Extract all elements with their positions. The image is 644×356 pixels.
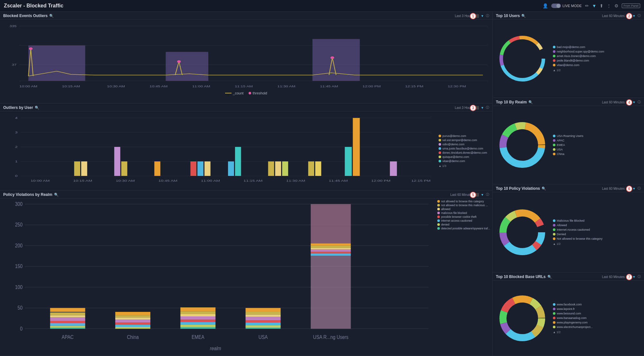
svg-point-140 xyxy=(509,219,535,245)
panel-badge-6: 6 xyxy=(626,186,632,192)
pv-realm-chart-area: 300 250 200 150 100 50 0 xyxy=(0,198,436,356)
top10-policy-donut xyxy=(496,200,549,265)
blocked-events-search-icon[interactable]: 🔍 xyxy=(49,14,54,18)
legend-more-users: ▲ 1/2 xyxy=(553,69,604,72)
ou-search-icon[interactable]: 🔍 xyxy=(35,106,39,110)
tp-info-icon[interactable]: ⓘ xyxy=(638,186,641,191)
svg-text:12:00 PM: 12:00 PM xyxy=(363,85,381,88)
live-mode-toggle[interactable]: LIVE MODE xyxy=(551,4,582,8)
tr-filter-icon[interactable]: ▼ xyxy=(632,101,636,104)
svg-rect-45 xyxy=(282,161,288,176)
tu-controls: Last 60 Minutes ⬛ ▼ ⓘ xyxy=(602,14,641,18)
svg-rect-98 xyxy=(246,308,281,312)
top10-realm-legend: USA Roaming Users APAC EMEA USA China xyxy=(553,134,583,156)
filter-icon[interactable]: ▼ xyxy=(592,3,597,8)
svg-rect-42 xyxy=(235,147,241,176)
tu-search-icon[interactable]: 🔍 xyxy=(521,14,526,18)
filter-icon-be[interactable]: ▼ xyxy=(481,14,484,18)
svg-rect-86 xyxy=(115,320,150,322)
svg-rect-41 xyxy=(228,161,234,176)
top10-users-legend: bad.mojo@demo.com neighborhood.super.spy… xyxy=(553,45,604,72)
svg-rect-99 xyxy=(246,312,281,315)
top10-users-content: bad.mojo@demo.com neighborhood.super.spy… xyxy=(493,20,644,98)
svg-rect-110 xyxy=(311,250,351,252)
tp-filter-icon[interactable]: ▼ xyxy=(632,187,636,190)
top10-realm-title: Top 10 By Realm 🔍 xyxy=(496,100,533,104)
svg-text:12:15 PM: 12:15 PM xyxy=(411,179,431,182)
svg-text:335: 335 xyxy=(9,24,16,28)
svg-text:3: 3 xyxy=(15,131,18,134)
top10-urls-legend: www.facebook.com www.lepoint.fr www.beso… xyxy=(553,303,593,334)
svg-text:150: 150 xyxy=(15,264,23,269)
svg-rect-106 xyxy=(311,204,351,243)
tp-search-icon[interactable]: 🔍 xyxy=(542,187,546,191)
legend-more-urls: ▲ 1/2 xyxy=(553,331,593,334)
svg-text:10:45 AM: 10:45 AM xyxy=(150,85,168,88)
right-column: 2 Top 10 Users 🔍 Last 60 Minutes ⬛ ▼ ⓘ xyxy=(493,12,644,356)
info-icon-be[interactable]: ⓘ xyxy=(486,14,489,18)
pv-info-icon[interactable]: ⓘ xyxy=(486,192,489,197)
tu-filter-icon[interactable]: ▼ xyxy=(632,14,636,18)
more-icon[interactable]: ⋮ xyxy=(607,3,611,8)
svg-text:4: 4 xyxy=(15,116,18,120)
edit-icon[interactable]: ✏ xyxy=(585,3,589,8)
legend-count: _count xyxy=(225,91,243,95)
svg-rect-76 xyxy=(50,313,85,315)
tu-info-icon[interactable]: ⓘ xyxy=(638,14,641,18)
svg-rect-113 xyxy=(311,256,351,329)
svg-text:250: 250 xyxy=(15,222,23,227)
pv-realm-content: 300 250 200 150 100 50 0 xyxy=(0,198,492,356)
svg-rect-33 xyxy=(74,161,80,176)
ou-chart-area: 4 3 2 1 0 xyxy=(0,111,436,190)
tu-search-icon2[interactable]: 🔍 xyxy=(547,275,552,279)
policy-realm-panel: 5 Policy Violations by Realm 🔍 Last 60 M… xyxy=(0,190,492,356)
share-icon[interactable]: ⬆ xyxy=(600,3,603,8)
blocked-events-content: 335 37 xyxy=(0,20,492,103)
pv-filter-icon[interactable]: ▼ xyxy=(481,193,484,197)
svg-text:10:15 AM: 10:15 AM xyxy=(73,179,92,182)
svg-text:100: 100 xyxy=(15,284,23,290)
top10-realm-content: USA Roaming Users APAC EMEA USA China xyxy=(493,106,644,184)
tu-filter-icon2[interactable]: ▼ xyxy=(632,275,636,279)
top10-realm-header: Top 10 By Realm 🔍 Last 60 Minutes ⬛ ▼ ⓘ xyxy=(493,98,644,106)
legend-more-ou: ▲ 1/3 xyxy=(439,164,490,168)
legend-urna: urna.justo.faucibus@demo.com xyxy=(439,147,490,150)
svg-rect-88 xyxy=(115,325,150,327)
top10-urls-panel: 7 Top 10 Blocked Base URLs 🔍 Last 60 Min… xyxy=(493,273,644,356)
tr-info-icon[interactable]: ⓘ xyxy=(638,100,641,104)
svg-text:APAC: APAC xyxy=(62,334,74,340)
app-title: Zscaler - Blocked Traffic xyxy=(4,3,63,9)
svg-text:2: 2 xyxy=(15,145,18,149)
panel-badge-7: 7 xyxy=(626,274,632,280)
svg-rect-93 xyxy=(180,316,215,320)
svg-text:EMEA: EMEA xyxy=(192,334,204,340)
svg-rect-80 xyxy=(50,323,85,326)
settings-icon[interactable]: ⚙ xyxy=(614,3,619,8)
tu-info-icon2[interactable]: ⓘ xyxy=(638,274,641,279)
svg-text:11:00 AM: 11:00 AM xyxy=(192,85,210,88)
svg-rect-111 xyxy=(311,252,351,254)
svg-text:50: 50 xyxy=(17,305,23,311)
svg-rect-49 xyxy=(353,118,360,176)
svg-rect-104 xyxy=(246,325,281,328)
svg-text:10:15 AM: 10:15 AM xyxy=(62,85,80,88)
ou-filter-icon[interactable]: ▼ xyxy=(481,106,484,110)
svg-rect-78 xyxy=(50,317,85,321)
svg-text:0: 0 xyxy=(20,326,23,332)
svg-point-11 xyxy=(330,56,334,59)
svg-rect-44 xyxy=(275,161,281,176)
svg-rect-108 xyxy=(311,245,351,248)
pv-search-icon[interactable]: 🔍 xyxy=(54,193,59,197)
blocked-events-panel: 1 Blocked Events Outliers 🔍 Last 3 Hours… xyxy=(0,12,492,103)
svg-point-148 xyxy=(509,305,535,331)
user-icon[interactable]: 👤 xyxy=(543,3,548,8)
svg-rect-43 xyxy=(268,161,274,176)
tr-search-icon[interactable]: 🔍 xyxy=(528,100,533,104)
ou-info-icon[interactable]: ⓘ xyxy=(486,105,489,110)
tp-controls: Last 60 Minutes ⬛ ▼ ⓘ xyxy=(602,186,641,191)
svg-text:11:30 AM: 11:30 AM xyxy=(286,179,305,182)
legend-vitae: vitae@demo.com xyxy=(439,159,490,163)
svg-text:300: 300 xyxy=(15,201,23,207)
top10-realm-panel: 4 Top 10 By Realm 🔍 Last 60 Minutes ⬛ ▼ … xyxy=(493,98,644,184)
svg-rect-46 xyxy=(308,161,314,176)
